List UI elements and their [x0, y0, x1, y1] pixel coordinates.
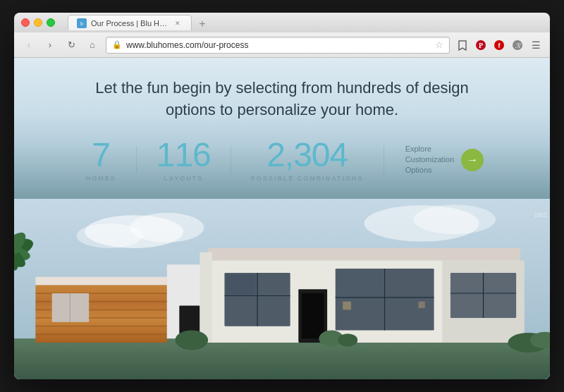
home-icon: ⌂: [90, 39, 95, 50]
svg-rect-56: [418, 301, 424, 307]
stat-combinations-label: POSSIBLE COMBINATIONS: [251, 175, 364, 182]
svg-text:P: P: [479, 42, 483, 49]
tab-favicon: b: [77, 18, 87, 28]
home-button[interactable]: ⌂: [85, 37, 100, 53]
stat-homes: 7 HOMES: [66, 138, 136, 182]
maximize-button[interactable]: [47, 18, 55, 27]
stat-layouts-label: LAYOUTS: [157, 175, 211, 182]
tab-bar: b Our Process | Blu Homes ✕ +: [68, 15, 543, 30]
page-content: Let the fun begin by selecting from hund…: [14, 58, 550, 379]
back-button[interactable]: ‹: [21, 37, 37, 53]
stat-divider-3: [384, 146, 384, 174]
hamburger-icon: ☰: [532, 39, 541, 51]
house-svg: PS数据论坛 BBS.16XX3.COM: [14, 199, 550, 379]
svg-rect-33: [208, 248, 520, 260]
refresh-icon: ↻: [68, 39, 75, 50]
readability-button[interactable]: ℛ: [510, 38, 525, 52]
svg-point-13: [413, 204, 496, 234]
svg-text:BBS.16XX3.COM: BBS.16XX3.COM: [534, 211, 550, 218]
address-bar[interactable]: 🔒 www.bluhomes.com/our-process ☆: [106, 37, 450, 54]
stat-combinations-number: 2,304: [251, 138, 364, 172]
back-icon: ‹: [27, 39, 30, 50]
arrow-right-icon: →: [467, 154, 478, 166]
active-tab[interactable]: b Our Process | Blu Homes ✕: [68, 15, 192, 30]
extensions-menu-button[interactable]: ☰: [529, 38, 543, 52]
url-text: www.bluhomes.com/our-process: [126, 40, 431, 50]
new-tab-button[interactable]: +: [195, 18, 210, 30]
hero-headline: Let the fun begin by selecting from hund…: [78, 78, 486, 121]
svg-rect-35: [200, 252, 212, 342]
svg-text:b: b: [80, 21, 83, 26]
forward-button[interactable]: ›: [42, 37, 58, 53]
forward-icon: ›: [49, 39, 51, 50]
svg-rect-45: [337, 270, 383, 295]
svg-rect-39: [226, 274, 256, 295]
minimize-button[interactable]: [34, 18, 42, 27]
svg-rect-21: [35, 276, 166, 285]
svg-rect-41: [302, 293, 324, 338]
stat-layouts-number: 116: [157, 138, 211, 172]
close-button[interactable]: [21, 18, 30, 27]
explore-arrow-button[interactable]: →: [461, 149, 484, 171]
bookmark-button[interactable]: [455, 38, 470, 52]
bookmark-icon: ☆: [435, 39, 443, 50]
svg-point-50: [175, 330, 208, 350]
svg-point-52: [338, 333, 357, 347]
stat-combinations: 2,304 POSSIBLE COMBINATIONS: [231, 138, 384, 182]
svg-rect-14: [14, 338, 550, 379]
lock-icon: 🔒: [112, 40, 122, 49]
stat-homes-number: 7: [86, 138, 116, 172]
stat-homes-label: HOMES: [86, 175, 116, 182]
browser-window: b Our Process | Blu Homes ✕ + ‹ › ↻ ⌂ 🔒 …: [14, 13, 550, 379]
stat-layouts: 116 LAYOUTS: [137, 138, 231, 182]
svg-text:ℛ: ℛ: [515, 42, 521, 49]
house-image-section: PS数据论坛 BBS.16XX3.COM: [14, 199, 550, 379]
svg-rect-55: [343, 301, 351, 310]
pinterest-button[interactable]: P: [474, 38, 488, 52]
explore-cta: Explore Customization Options →: [391, 144, 498, 176]
navigation-bar: ‹ › ↻ ⌂ 🔒 www.bluhomes.com/our-process ☆: [14, 32, 550, 58]
svg-point-11: [77, 223, 142, 248]
explore-text: Explore Customization Options: [405, 144, 455, 176]
stats-row: 7 HOMES 116 LAYOUTS 2,304 POSSIBLE COMBI…: [42, 138, 522, 182]
hero-section: Let the fun begin by selecting from hund…: [14, 58, 550, 199]
feedly-button[interactable]: f: [492, 38, 506, 52]
title-bar: b Our Process | Blu Homes ✕ +: [14, 13, 550, 32]
refresh-button[interactable]: ↻: [63, 37, 79, 53]
browser-icons: P f ℛ ☰: [455, 38, 543, 52]
tab-close-button[interactable]: ✕: [173, 18, 183, 28]
tab-title: Our Process | Blu Homes: [91, 19, 168, 27]
